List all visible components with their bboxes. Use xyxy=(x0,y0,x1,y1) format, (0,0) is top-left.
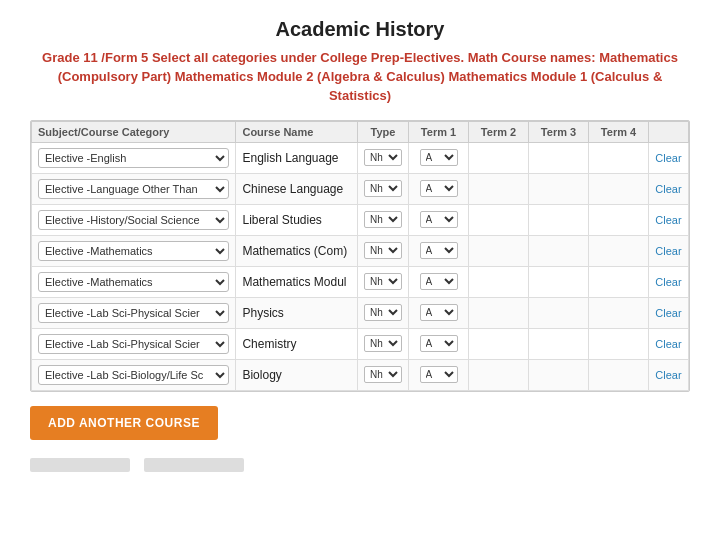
type-select-2[interactable]: Nh xyxy=(364,211,402,228)
col-header-type: Type xyxy=(358,121,409,142)
term3-2 xyxy=(529,204,589,235)
term4-0 xyxy=(589,142,649,173)
category-select-6[interactable]: Elective -Lab Sci-Physical Scier xyxy=(38,334,229,354)
col-header-term1: Term 1 xyxy=(409,121,469,142)
page-container: Academic History Grade 11 /Form 5 Select… xyxy=(0,0,720,492)
type-select-4[interactable]: Nh xyxy=(364,273,402,290)
term1-select-5[interactable]: A xyxy=(420,304,458,321)
course-name-7: Biology xyxy=(236,359,358,390)
category-select-0[interactable]: Elective -English xyxy=(38,148,229,168)
academic-history-table: Subject/Course Category Course Name Type… xyxy=(30,120,690,392)
course-name-5: Physics xyxy=(236,297,358,328)
term1-select-4[interactable]: A xyxy=(420,273,458,290)
term4-1 xyxy=(589,173,649,204)
course-name-3: Mathematics (Com) xyxy=(236,235,358,266)
col-header-category: Subject/Course Category xyxy=(32,121,236,142)
bottom-link-2[interactable] xyxy=(144,458,244,472)
term3-6 xyxy=(529,328,589,359)
clear-link-4[interactable]: Clear xyxy=(655,276,681,288)
type-select-3[interactable]: Nh xyxy=(364,242,402,259)
course-name-0: English Language xyxy=(236,142,358,173)
page-title: Academic History xyxy=(30,18,690,41)
clear-link-2[interactable]: Clear xyxy=(655,214,681,226)
bottom-links xyxy=(30,458,690,472)
category-select-4[interactable]: Elective -Mathematics xyxy=(38,272,229,292)
course-name-4: Mathematics Modul xyxy=(236,266,358,297)
clear-link-6[interactable]: Clear xyxy=(655,338,681,350)
col-header-term4: Term 4 xyxy=(589,121,649,142)
term4-4 xyxy=(589,266,649,297)
type-select-6[interactable]: Nh xyxy=(364,335,402,352)
clear-link-3[interactable]: Clear xyxy=(655,245,681,257)
table-row: Elective -MathematicsMathematics ModulNh… xyxy=(32,266,689,297)
term3-7 xyxy=(529,359,589,390)
category-select-1[interactable]: Elective -Language Other Than xyxy=(38,179,229,199)
term1-select-2[interactable]: A xyxy=(420,211,458,228)
term2-7 xyxy=(469,359,529,390)
col-header-course: Course Name xyxy=(236,121,358,142)
term3-0 xyxy=(529,142,589,173)
term2-6 xyxy=(469,328,529,359)
page-subtitle: Grade 11 /Form 5 Select all categories u… xyxy=(30,49,690,106)
table-row: Elective -EnglishEnglish LanguageNhAClea… xyxy=(32,142,689,173)
term4-7 xyxy=(589,359,649,390)
term4-2 xyxy=(589,204,649,235)
term3-1 xyxy=(529,173,589,204)
type-select-0[interactable]: Nh xyxy=(364,149,402,166)
category-select-5[interactable]: Elective -Lab Sci-Physical Scier xyxy=(38,303,229,323)
term4-5 xyxy=(589,297,649,328)
term3-3 xyxy=(529,235,589,266)
course-name-6: Chemistry xyxy=(236,328,358,359)
term2-4 xyxy=(469,266,529,297)
table-row: Elective -Lab Sci-Physical ScierPhysicsN… xyxy=(32,297,689,328)
clear-link-0[interactable]: Clear xyxy=(655,152,681,164)
table-row: Elective -Lab Sci-Biology/Life ScBiology… xyxy=(32,359,689,390)
clear-link-7[interactable]: Clear xyxy=(655,369,681,381)
term2-0 xyxy=(469,142,529,173)
course-name-2: Liberal Studies xyxy=(236,204,358,235)
clear-link-5[interactable]: Clear xyxy=(655,307,681,319)
col-header-term3: Term 3 xyxy=(529,121,589,142)
term2-5 xyxy=(469,297,529,328)
type-select-7[interactable]: Nh xyxy=(364,366,402,383)
clear-link-1[interactable]: Clear xyxy=(655,183,681,195)
table-row: Elective -Lab Sci-Physical ScierChemistr… xyxy=(32,328,689,359)
type-select-5[interactable]: Nh xyxy=(364,304,402,321)
col-header-term2: Term 2 xyxy=(469,121,529,142)
category-select-3[interactable]: Elective -Mathematics xyxy=(38,241,229,261)
add-course-button[interactable]: ADD ANOTHER COURSE xyxy=(30,406,218,440)
table-row: Elective -Language Other ThanChinese Lan… xyxy=(32,173,689,204)
term3-4 xyxy=(529,266,589,297)
col-header-action xyxy=(649,121,689,142)
category-select-7[interactable]: Elective -Lab Sci-Biology/Life Sc xyxy=(38,365,229,385)
term2-1 xyxy=(469,173,529,204)
term1-select-7[interactable]: A xyxy=(420,366,458,383)
term4-6 xyxy=(589,328,649,359)
term3-5 xyxy=(529,297,589,328)
term2-3 xyxy=(469,235,529,266)
term1-select-1[interactable]: A xyxy=(420,180,458,197)
course-name-1: Chinese Language xyxy=(236,173,358,204)
table-row: Elective -History/Social ScienceLiberal … xyxy=(32,204,689,235)
term4-3 xyxy=(589,235,649,266)
category-select-2[interactable]: Elective -History/Social Science xyxy=(38,210,229,230)
term2-2 xyxy=(469,204,529,235)
term1-select-0[interactable]: A xyxy=(420,149,458,166)
table-row: Elective -MathematicsMathematics (Com)Nh… xyxy=(32,235,689,266)
bottom-link-1[interactable] xyxy=(30,458,130,472)
term1-select-3[interactable]: A xyxy=(420,242,458,259)
term1-select-6[interactable]: A xyxy=(420,335,458,352)
type-select-1[interactable]: Nh xyxy=(364,180,402,197)
